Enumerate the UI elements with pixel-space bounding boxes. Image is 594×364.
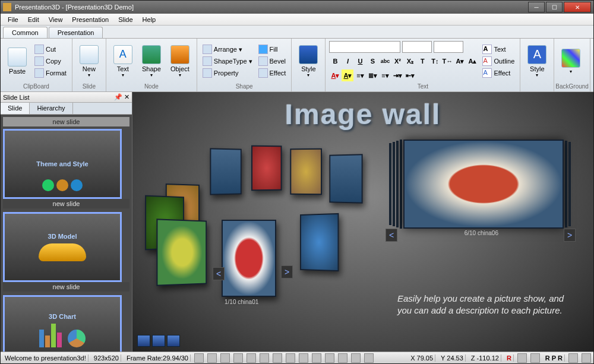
tab-hierarchy[interactable]: Hierarchy	[30, 103, 72, 114]
kerning-button[interactable]: T↔	[441, 55, 453, 67]
tab-presentation[interactable]: Presentation	[49, 27, 103, 38]
bevel-button[interactable]: Bevel	[257, 56, 288, 67]
tool-btn[interactable]	[568, 353, 578, 363]
style-button[interactable]: Style▾	[295, 44, 321, 79]
stop-button[interactable]	[167, 335, 180, 347]
ribbon: Paste Cut Copy Format ClipBoard New▾ Sli…	[1, 39, 593, 92]
underline-button[interactable]: U	[354, 55, 366, 67]
format-button[interactable]: Format	[33, 68, 68, 78]
tab-common[interactable]: Common	[3, 27, 48, 38]
text-tool-button[interactable]: AText	[481, 44, 516, 55]
font-family-select[interactable]	[329, 41, 400, 53]
status-r[interactable]: R	[505, 354, 514, 362]
menu-file[interactable]: File	[3, 15, 23, 24]
tool-btn[interactable]	[194, 353, 204, 363]
menu-edit[interactable]: Edit	[23, 15, 44, 24]
menu-presentation[interactable]: Presentation	[67, 15, 113, 24]
bullets-button[interactable]: ≡▾	[354, 69, 366, 81]
copy-button[interactable]: Copy	[33, 56, 68, 67]
fill-button[interactable]: Fill	[257, 44, 288, 55]
tool-btn[interactable]	[325, 353, 334, 363]
spacing-button[interactable]: T↕	[429, 55, 441, 67]
image-thumb[interactable]	[210, 148, 241, 195]
image-thumb[interactable]	[329, 154, 362, 203]
slide-thumb-2[interactable]: 3D Model new slide	[3, 212, 129, 292]
tool-btn[interactable]	[312, 353, 321, 363]
menu-slide[interactable]: Slide	[113, 15, 137, 24]
close-panel-button[interactable]: ✕	[124, 93, 129, 100]
nav-prev-large[interactable]: <	[386, 229, 397, 242]
tool-btn[interactable]	[233, 353, 243, 363]
close-button[interactable]: ✕	[564, 2, 591, 12]
super-button[interactable]: X²	[391, 55, 403, 67]
shapetype-button[interactable]: ShapeType ▾	[201, 56, 254, 67]
arrange-button[interactable]: Arrange ▾	[201, 44, 254, 55]
slide-thumb-1[interactable]: Theme and Style new slide	[3, 129, 129, 208]
image-thumb[interactable]	[300, 213, 339, 271]
menu-help[interactable]: Help	[138, 15, 161, 24]
text-button[interactable]: AText▾	[110, 44, 136, 79]
tool-btn[interactable]	[530, 353, 540, 363]
image-thumb-active[interactable]	[222, 220, 276, 297]
pin-button[interactable]: 📌	[114, 93, 122, 100]
nav-next-small[interactable]: >	[281, 265, 293, 278]
image-thumb[interactable]	[251, 145, 282, 191]
font-weight-select[interactable]	[434, 41, 463, 53]
object-button[interactable]: Object▾	[167, 44, 193, 79]
minimize-button[interactable]: ─	[528, 2, 545, 12]
tool-btn[interactable]	[582, 353, 591, 363]
highlight-button[interactable]: A▾	[342, 69, 353, 81]
cut-button[interactable]: Cut	[33, 44, 68, 55]
background-button[interactable]: ▾	[558, 48, 584, 75]
case-button[interactable]: T	[416, 55, 428, 67]
image-thumb[interactable]	[156, 219, 207, 286]
play-button[interactable]	[137, 335, 150, 347]
image-thumb[interactable]	[290, 148, 322, 195]
nav-next-large[interactable]: >	[564, 229, 576, 242]
status-bar: Welcome to presentation3d! 923x520 Frame…	[1, 352, 593, 363]
new-slide-icon	[80, 45, 99, 64]
bold-button[interactable]: B	[329, 55, 341, 67]
tool-btn[interactable]	[220, 353, 230, 363]
tool-btn[interactable]	[207, 353, 217, 363]
slide-title: Image wall	[285, 98, 441, 131]
shrink-button[interactable]: A▾	[454, 55, 466, 67]
outdent-button[interactable]: ⇤▾	[404, 69, 416, 81]
grow-button[interactable]: A▴	[466, 55, 478, 67]
effect-button[interactable]: Effect	[257, 68, 288, 78]
color-button[interactable]: A▾	[329, 69, 341, 81]
new-slide-button[interactable]: New▾	[76, 44, 102, 79]
tool-btn[interactable]	[260, 353, 269, 363]
style2-button[interactable]: AStyle▾	[524, 44, 550, 79]
text-effect-button[interactable]: AEffect	[481, 68, 516, 78]
maximize-button[interactable]: ☐	[546, 2, 563, 12]
slide-list[interactable]: new slide Theme and Style new slide 3D M…	[1, 115, 132, 352]
italic-button[interactable]: I	[342, 55, 353, 67]
tool-btn[interactable]	[273, 353, 282, 363]
tool-btn[interactable]	[351, 353, 361, 363]
image-large[interactable]	[403, 140, 564, 229]
indent-button[interactable]: ⇥▾	[391, 69, 403, 81]
tool-btn[interactable]	[517, 353, 527, 363]
align-button[interactable]: ≡▾	[379, 69, 391, 81]
paste-button[interactable]: Paste	[4, 46, 30, 76]
canvas[interactable]: Image wall 6/10 china06 < > < >	[132, 92, 593, 352]
nav-prev-small[interactable]: <	[213, 267, 225, 280]
strike-button[interactable]: S	[366, 55, 378, 67]
property-button[interactable]: Property	[201, 68, 254, 78]
numbering-button[interactable]: ≣▾	[366, 69, 378, 81]
next-button[interactable]	[152, 335, 165, 347]
shape-button[interactable]: Shape▾	[138, 44, 165, 79]
tool-btn[interactable]	[299, 353, 308, 363]
menu-view[interactable]: View	[44, 15, 68, 24]
clear-button[interactable]: abc	[379, 55, 391, 67]
tool-btn[interactable]	[247, 353, 256, 363]
sub-button[interactable]: X₂	[404, 55, 416, 67]
slide-thumb-3[interactable]: 3D Chart new slide	[3, 295, 129, 352]
tool-btn[interactable]	[338, 353, 347, 363]
tool-btn[interactable]	[286, 353, 295, 363]
tool-btn[interactable]	[364, 353, 374, 363]
tab-slide[interactable]: Slide	[1, 103, 30, 114]
font-size-select[interactable]	[402, 41, 432, 53]
outline-button[interactable]: AOutline	[481, 56, 516, 67]
